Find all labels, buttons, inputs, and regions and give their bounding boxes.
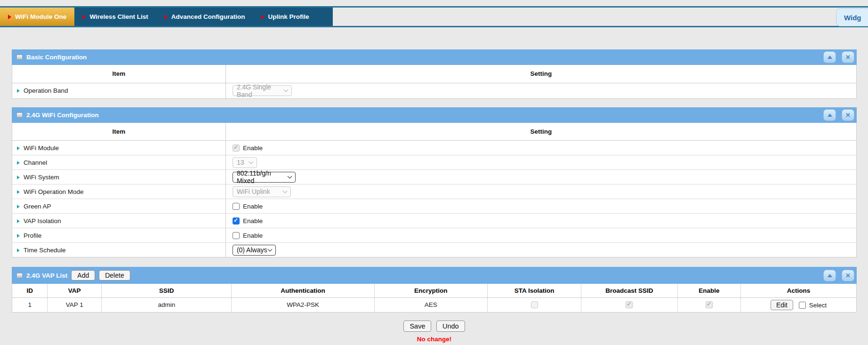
row-time-schedule: Time Schedule (0) Always (12, 243, 857, 257)
collapse-section-button[interactable] (823, 270, 836, 281)
widget-button[interactable]: Widg (836, 8, 868, 26)
row-label: Green AP (24, 203, 51, 210)
section-title: 2.4G WiFi Configuration (26, 112, 99, 119)
chevron-down-icon (249, 159, 253, 164)
cell-vap: VAP 1 (48, 297, 102, 312)
footer-actions: Save Undo (12, 321, 857, 332)
row-arrow-icon (17, 219, 20, 223)
tab-label: Advanced Configuration (171, 13, 245, 20)
close-section-button[interactable]: ✕ (842, 109, 854, 121)
section-window-icon (16, 55, 23, 60)
tab-arrow-icon (82, 15, 86, 19)
row-vap-isolation: VAP Isolation Enable (12, 214, 857, 228)
column-header-setting: Setting (225, 65, 856, 83)
tab-strip: WiFi Module One Wireless Client List Adv… (0, 8, 333, 26)
status-message: No change! (12, 336, 857, 343)
column-header-encryption: Encryption (374, 284, 487, 297)
collapse-arrow-icon (828, 56, 832, 59)
column-header-enable: Enable (677, 284, 741, 297)
row-operation-band: Operation Band 2.4G Single Band (12, 83, 857, 98)
row-wifi-module: WiFi Module Enable (12, 141, 857, 155)
row-arrow-icon (17, 234, 20, 238)
section-title: 2.4G VAP List (26, 272, 67, 279)
tab-uplink-profile[interactable]: Uplink Profile (253, 8, 317, 26)
wifi-configuration-table: Item Setting WiFi Module Enable Channel … (12, 123, 857, 258)
vap-isolation-enable-checkbox[interactable] (233, 217, 240, 225)
undo-button[interactable]: Undo (436, 321, 465, 332)
column-header-broadcast-ssid: Broadcast SSID (581, 284, 678, 297)
row-arrow-icon (17, 205, 20, 209)
checkbox-label: Enable (243, 217, 263, 225)
column-header-item: Item (12, 65, 226, 83)
vap-list-header: 2.4G VAP List Add Delete ✕ (12, 267, 857, 284)
table-header-row: Item Setting (12, 123, 857, 141)
vap-list-section: 2.4G VAP List Add Delete ✕ ID VAP SSID A… (12, 267, 857, 313)
tab-arrow-icon (164, 15, 168, 19)
enable-checkbox (706, 301, 713, 308)
column-header-id: ID (12, 284, 48, 297)
top-navigation-bar: WiFi Module One Wireless Client List Adv… (0, 0, 868, 27)
collapse-section-button[interactable] (823, 51, 836, 63)
collapse-arrow-icon (828, 274, 832, 277)
row-arrow-icon (17, 89, 20, 93)
edit-button[interactable]: Edit (771, 300, 793, 310)
vap-list-table: ID VAP SSID Authentication Encryption ST… (12, 284, 857, 313)
row-arrow-icon (17, 146, 20, 150)
save-button[interactable]: Save (403, 321, 431, 332)
close-section-button[interactable]: ✕ (842, 51, 854, 63)
column-header-ssid: SSID (102, 284, 232, 297)
select-value: WiFi Uplink (237, 188, 270, 195)
close-icon: ✕ (845, 112, 851, 118)
close-icon: ✕ (845, 273, 851, 279)
tab-arrow-icon (8, 15, 11, 19)
profile-enable-checkbox[interactable] (233, 232, 240, 239)
wifi-operation-mode-select: WiFi Uplink (233, 186, 291, 197)
tab-wifi-module-one[interactable]: WiFi Module One (0, 8, 74, 26)
close-icon: ✕ (845, 54, 851, 60)
select-value: 2.4G Single Band (237, 83, 284, 98)
vap-table-row: 1 VAP 1 admin WPA2-PSK AES Edit Select (12, 297, 857, 312)
table-header-row: ID VAP SSID Authentication Encryption ST… (12, 284, 857, 297)
wifi-module-enable-checkbox (233, 144, 240, 152)
select-value: 13 (237, 159, 244, 166)
row-channel: Channel 13 (12, 155, 857, 170)
tab-wireless-client-list[interactable]: Wireless Client List (74, 8, 156, 26)
column-header-sta-isolation: STA Isolation (487, 284, 581, 297)
chevron-down-icon (282, 188, 287, 193)
section-title: Basic Configuration (26, 54, 87, 61)
wifi-configuration-header: 2.4G WiFi Configuration ✕ (12, 107, 857, 123)
basic-configuration-section: Basic Configuration ✕ Item Setting Opera… (12, 49, 857, 99)
cell-id: 1 (12, 297, 48, 312)
row-arrow-icon (17, 161, 20, 165)
main-content: Basic Configuration ✕ Item Setting Opera… (12, 49, 857, 343)
close-section-button[interactable]: ✕ (842, 270, 854, 281)
row-label: Channel (24, 159, 47, 166)
cell-actions: Edit Select (741, 297, 857, 312)
select-checkbox[interactable] (799, 302, 806, 309)
checkbox-label: Enable (243, 232, 263, 239)
cell-sta-isolation (487, 297, 581, 312)
tab-label: WiFi Module One (15, 13, 66, 20)
time-schedule-select[interactable]: (0) Always (233, 245, 276, 256)
operation-band-select: 2.4G Single Band (233, 85, 292, 96)
row-profile: Profile Enable (12, 228, 857, 243)
row-arrow-icon (17, 249, 20, 252)
select-value: (0) Always (237, 246, 267, 254)
select-value: 802.11b/g/n Mixed (237, 169, 288, 185)
tab-advanced-configuration[interactable]: Advanced Configuration (156, 8, 253, 26)
add-button[interactable]: Add (71, 270, 95, 281)
delete-button[interactable]: Delete (99, 270, 130, 281)
green-ap-enable-checkbox[interactable] (233, 203, 240, 210)
collapse-section-button[interactable] (823, 109, 836, 121)
cell-encryption: AES (374, 297, 487, 312)
broadcast-ssid-checkbox (626, 301, 633, 308)
column-header-setting: Setting (225, 123, 856, 141)
column-header-actions: Actions (741, 284, 857, 297)
section-window-icon (16, 273, 23, 278)
chevron-down-icon (287, 174, 292, 178)
column-header-authentication: Authentication (232, 284, 374, 297)
select-label: Select (809, 302, 827, 309)
wifi-system-select[interactable]: 802.11b/g/n Mixed (233, 172, 296, 183)
row-label: Profile (24, 232, 41, 239)
tab-arrow-icon (261, 15, 265, 19)
